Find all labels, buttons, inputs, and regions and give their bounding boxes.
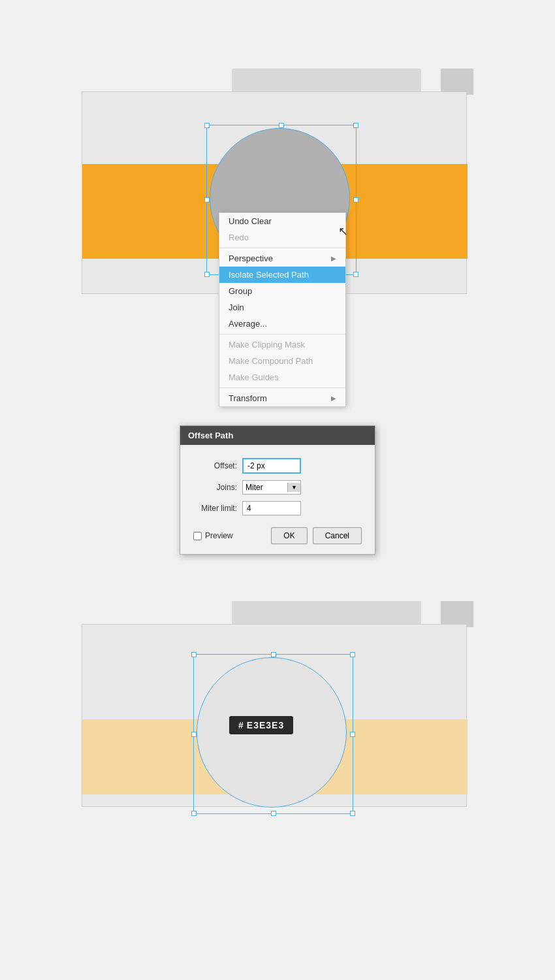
paper-fold-top — [232, 69, 421, 95]
illustrator-canvas-section-3: E3E3E3 — [0, 581, 555, 823]
joins-label: Joins: — [193, 483, 242, 492]
handle-3-top-left[interactable] — [191, 652, 197, 657]
miter-limit-label: Miter limit: — [193, 504, 242, 513]
handle-3-middle-right[interactable] — [350, 732, 355, 737]
preview-checkbox-row: Preview — [193, 531, 266, 540]
menu-divider-3 — [219, 387, 345, 388]
menu-item-make-guides: Make Guides — [219, 369, 345, 385]
menu-item-transform[interactable]: Transform ▶ — [219, 390, 345, 406]
offset-path-dialog-section: Offset Path Offset: Joins: Miter Round B… — [0, 399, 555, 581]
context-menu: Undo Clear Redo Perspective ▶ Isolate Se… — [219, 212, 346, 407]
offset-path-dialog: Offset Path Offset: Joins: Miter Round B… — [180, 425, 375, 555]
offset-row: Offset: — [193, 458, 362, 474]
handle-middle-left[interactable] — [204, 197, 210, 203]
paper-fold-3-top — [232, 601, 421, 627]
handle-middle-right[interactable] — [353, 197, 358, 203]
menu-item-undo-clear[interactable]: Undo Clear — [219, 213, 345, 229]
miter-limit-input[interactable] — [242, 501, 301, 515]
dialog-footer: Preview OK Cancel — [193, 527, 362, 544]
handle-3-middle-left[interactable] — [191, 732, 197, 737]
joins-select-wrapper: Miter Round Bevel ▼ — [242, 480, 301, 495]
joins-row: Joins: Miter Round Bevel ▼ — [193, 480, 362, 495]
menu-item-redo: Redo — [219, 229, 345, 246]
miter-limit-row: Miter limit: — [193, 501, 362, 515]
offset-label: Offset: — [193, 461, 242, 470]
handle-3-bottom-middle[interactable] — [271, 811, 276, 816]
offset-input[interactable] — [242, 458, 301, 474]
ok-button[interactable]: OK — [271, 527, 307, 544]
dialog-body: Offset: Joins: Miter Round Bevel ▼ Miter… — [180, 445, 375, 554]
canvas-area-1: Undo Clear Redo Perspective ▶ Isolate Se… — [82, 69, 473, 304]
menu-item-make-compound-path: Make Compound Path — [219, 353, 345, 369]
handle-3-top-middle[interactable] — [271, 652, 276, 657]
handle-top-middle[interactable] — [279, 123, 284, 128]
preview-label: Preview — [205, 531, 233, 540]
paper-fold-3-tab — [441, 601, 473, 627]
paper-fold-tab — [441, 69, 473, 95]
menu-item-make-clipping-mask: Make Clipping Mask — [219, 336, 345, 353]
dialog-titlebar: Offset Path — [180, 426, 375, 445]
perspective-arrow-icon: ▶ — [331, 255, 336, 262]
select-dropdown-arrow-icon[interactable]: ▼ — [287, 483, 300, 492]
cancel-button[interactable]: Cancel — [313, 527, 362, 544]
handle-3-bottom-left[interactable] — [191, 811, 197, 816]
color-badge-tooltip: E3E3E3 — [229, 716, 293, 734]
menu-item-average[interactable]: Average... — [219, 316, 345, 332]
handle-bottom-left[interactable] — [204, 272, 210, 277]
illustrator-canvas-section-1: Undo Clear Redo Perspective ▶ Isolate Se… — [0, 0, 555, 346]
handle-top-left[interactable] — [204, 123, 210, 128]
menu-divider-2 — [219, 334, 345, 335]
transform-arrow-icon: ▶ — [331, 395, 336, 402]
menu-divider-1 — [219, 248, 345, 248]
handle-bottom-right[interactable] — [353, 272, 358, 277]
menu-item-group[interactable]: Group — [219, 283, 345, 299]
main-artboard-3: E3E3E3 — [82, 624, 467, 807]
joins-select[interactable]: Miter Round Bevel — [243, 481, 287, 494]
handle-3-top-right[interactable] — [350, 652, 355, 657]
canvas-area-3: E3E3E3 — [82, 601, 473, 817]
preview-checkbox[interactable] — [193, 532, 202, 540]
menu-item-isolate-selected-path[interactable]: Isolate Selected Path — [219, 267, 345, 283]
handle-top-right[interactable] — [353, 123, 358, 128]
menu-item-join[interactable]: Join — [219, 299, 345, 316]
handle-3-bottom-right[interactable] — [350, 811, 355, 816]
menu-item-perspective[interactable]: Perspective ▶ — [219, 250, 345, 267]
dialog-title: Offset Path — [188, 431, 233, 440]
